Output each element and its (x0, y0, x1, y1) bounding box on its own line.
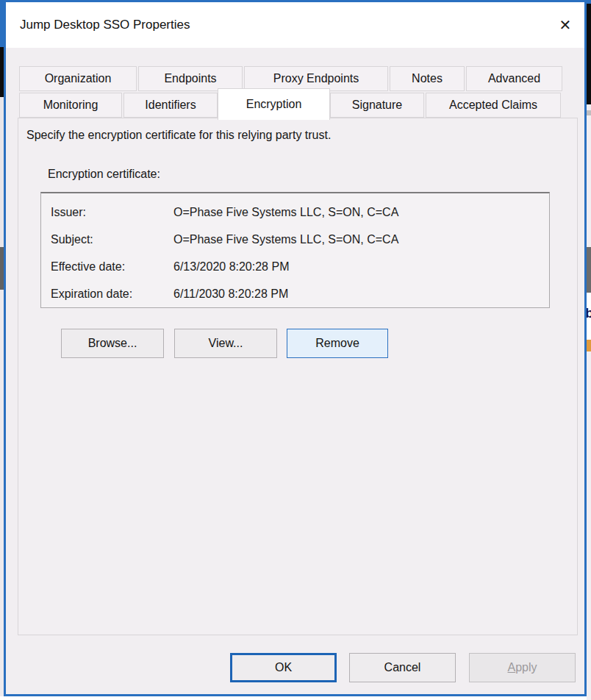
cert-issuer-value: O=Phase Five Systems LLC, S=ON, C=CA (173, 206, 549, 219)
background-window-sliver-right-gray (587, 247, 591, 293)
tab-notes[interactable]: Notes (390, 66, 465, 91)
tab-row-2: Monitoring Identifiers Encryption Signat… (19, 93, 561, 118)
tab-organization[interactable]: Organization (19, 66, 137, 91)
tab-description: Specify the encryption certificate for t… (26, 129, 331, 142)
certificate-section-label: Encryption certificate: (48, 165, 160, 183)
view-button[interactable]: View... (174, 329, 277, 358)
cert-subject-label: Subject: (41, 233, 173, 246)
tab-endpoints[interactable]: Endpoints (138, 66, 243, 91)
apply-mnemonic: A (507, 661, 515, 674)
tab-signature[interactable]: Signature (330, 93, 424, 118)
background-window-sliver-right-light1 (587, 104, 591, 110)
cancel-button[interactable]: Cancel (349, 653, 456, 682)
tab-monitoring[interactable]: Monitoring (19, 93, 122, 118)
certificate-details-box: Issuer: O=Phase Five Systems LLC, S=ON, … (40, 192, 550, 308)
cert-row-subject: Subject: O=Phase Five Systems LLC, S=ON,… (41, 226, 549, 253)
background-orange-fragment (587, 340, 591, 351)
encryption-tab-page: Specify the encryption certificate for t… (18, 118, 578, 635)
cert-effective-date-value: 6/13/2020 8:20:28 PM (173, 260, 549, 274)
remove-button[interactable]: Remove (287, 329, 388, 358)
tab-identifiers[interactable]: Identifiers (123, 93, 218, 118)
window-title: Jump Desktop SSO Properties (6, 18, 190, 32)
titlebar: Jump Desktop SSO Properties (6, 2, 584, 48)
apply-label-rest: pply (515, 661, 537, 674)
cert-subject-value: O=Phase Five Systems LLC, S=ON, C=CA (173, 233, 549, 246)
cert-row-effective-date: Effective date: 6/13/2020 8:20:28 PM (41, 253, 549, 280)
cert-effective-date-label: Effective date: (41, 260, 173, 274)
background-window-sliver-right-light2 (587, 115, 591, 247)
close-icon: ✕ (559, 16, 572, 34)
cert-issuer-label: Issuer: (41, 206, 173, 219)
cert-row-issuer: Issuer: O=Phase Five Systems LLC, S=ON, … (41, 199, 549, 226)
tab-advanced[interactable]: Advanced (466, 66, 562, 91)
properties-dialog: Jump Desktop SSO Properties ✕ Organizati… (4, 0, 587, 696)
tab-accepted-claims[interactable]: Accepted Claims (426, 93, 561, 118)
cert-row-expiration-date: Expiration date: 6/11/2030 8:20:28 PM (41, 280, 549, 307)
screen: b Jump Desktop SSO Properties ✕ Organiza… (0, 0, 591, 700)
browse-button[interactable]: Browse... (61, 329, 164, 358)
cert-expiration-date-value: 6/11/2030 8:20:28 PM (173, 288, 549, 301)
background-window-sliver-right-lower (587, 351, 591, 700)
tab-proxy-endpoints[interactable]: Proxy Endpoints (244, 66, 388, 91)
background-window-sliver-right-line (587, 110, 591, 115)
background-window-sliver-right-black (587, 4, 591, 104)
close-button[interactable]: ✕ (548, 10, 582, 40)
apply-button[interactable]: Apply (469, 653, 576, 682)
ok-button[interactable]: OK (230, 653, 337, 682)
tab-row-1: Organization Endpoints Proxy Endpoints N… (19, 66, 562, 91)
tab-encryption[interactable]: Encryption (218, 88, 330, 120)
cert-expiration-date-label: Expiration date: (41, 288, 173, 301)
